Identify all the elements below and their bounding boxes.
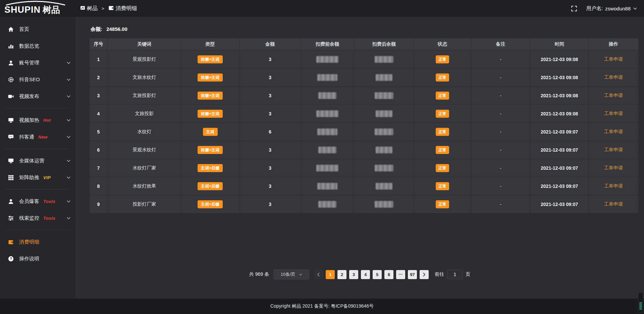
question-icon: ? [8,256,14,262]
sidebar-item-badge: Hot [43,118,51,123]
page-button-3[interactable]: 3 [349,270,358,279]
cell-time: 2021-12-03 09:07 [530,123,589,141]
breadcrumb-current[interactable]: 消费明细 [108,5,137,12]
work-order-link[interactable]: 工单申请 [604,129,623,134]
sidebar-item-0[interactable]: 首页 [0,21,75,38]
cell-keyword: 文旅投影灯 [108,87,181,105]
breadcrumb: 树品 > 消费明细 [80,5,137,12]
cell-amount: 3 [239,87,301,105]
sidebar-item-15[interactable]: 消费明细 [0,233,75,250]
cell-action: 工单申请 [588,141,638,159]
cell-balance-before [301,87,354,105]
masked-value [317,74,337,81]
masked-value [375,165,393,171]
sidebar-item-16[interactable]: ?操作说明 [0,250,75,267]
cell-action: 工单申请 [588,177,638,195]
page-button-4[interactable]: 4 [361,270,370,279]
work-order-link[interactable]: 工单申请 [604,183,623,189]
fullscreen-icon[interactable] [571,6,577,11]
chevron-down-icon [66,159,71,163]
work-order-link[interactable]: 工单申请 [604,165,623,170]
page-button-6[interactable]: 6 [384,270,393,279]
sidebar-item-2[interactable]: 账号管理 [0,54,75,71]
bar-chart-icon [8,43,14,49]
column-header: 操作 [588,38,638,50]
sidebar-item-6[interactable]: 视频加热Hot [0,112,75,128]
sidebar-item-9[interactable]: 全媒体运营 [0,152,75,169]
cell-balance-before [301,177,354,195]
cell-action: 工单申请 [588,195,638,213]
scrollbar-thumb[interactable] [639,302,642,310]
chevron-down-icon [66,61,71,65]
column-header: 备注 [471,38,530,50]
work-order-link[interactable]: 工单申请 [604,201,623,207]
top-bar: SHUPIN 树品 树品 > 消费明细 用户名: zswodun88 [0,0,644,17]
sidebar-item-10[interactable]: 矩阵助推VIP [0,169,75,186]
cell-status: 正常 [414,87,471,105]
cell-balance-after [354,195,414,213]
prev-page-button[interactable] [314,270,323,279]
breadcrumb-home[interactable]: 树品 [80,5,98,12]
sidebar-item-label: 抖音SEO [19,76,40,83]
page-button-97[interactable]: 97 [408,270,417,279]
sliders-icon [8,215,14,221]
page-size-select[interactable]: 10条/页 [274,269,309,279]
breadcrumb-current-label: 消费明细 [116,5,137,12]
cell-type: 前缀+主词 [181,50,239,68]
work-order-link[interactable]: 工单申请 [604,74,623,80]
scrollbar-widget[interactable] [638,293,643,313]
cell-keyword: 水纹灯效果 [108,177,181,195]
table-row: 2文旅水纹灯前缀+主词3正常-2021-12-03 09:08工单申请 [90,68,639,87]
cell-balance-before [301,141,354,159]
cell-type: 前缀+主词 [181,87,239,105]
next-page-button[interactable] [420,270,429,279]
cell-status: 正常 [414,123,471,141]
sidebar-item-4[interactable]: 视频发布 [0,88,75,105]
cell-time: 2021-12-03 09:08 [530,68,589,87]
cell-balance-after [354,87,414,105]
chevron-down-icon [66,94,71,99]
sidebar-item-12[interactable]: 会员爆客Tools [0,193,75,210]
column-header: 金额 [239,38,301,50]
goto-label: 前往 [435,271,444,277]
cell-type: 前缀+主词 [181,105,239,123]
masked-value [318,147,336,153]
sidebar-item-label: 抖客通 [19,134,34,140]
footer: Copyright 树品 2021 备案号: 粤ICP备09019646号 [0,299,644,314]
type-badge: 主词+后缀 [198,200,223,208]
sidebar-item-label: 线索监控 [19,215,39,221]
cell-index: 8 [90,177,108,195]
cell-balance-after [354,123,414,141]
sidebar-divider [5,108,70,108]
sidebar-item-7[interactable]: 抖客通New [0,128,75,145]
page-button-1[interactable]: 1 [326,270,335,279]
cell-action: 工单申请 [588,159,638,177]
sidebar-item-label: 全媒体运营 [19,158,44,164]
cell-time: 2021-12-03 09:07 [530,141,589,159]
sidebar: 首页数据总览账号管理抖音SEO视频发布视频加热Hot抖客通New全媒体运营矩阵助… [0,17,75,314]
masked-value [375,128,393,135]
work-order-link[interactable]: 工单申请 [604,93,623,98]
work-order-link[interactable]: 工单申请 [604,147,623,152]
sidebar-item-13[interactable]: 线索监控Tools [0,210,75,226]
page-button-5[interactable]: 5 [373,270,382,279]
table-row: 5水纹灯主词6正常-2021-12-03 09:07工单申请 [90,123,639,141]
breadcrumb-separator: > [102,6,104,11]
more-pages-button[interactable]: ••• [396,270,405,279]
goto-page-input[interactable] [447,270,463,279]
work-order-link[interactable]: 工单申请 [604,111,623,116]
page-buttons: 123456•••97 [326,270,417,279]
chevron-down-icon [66,216,71,220]
cell-balance-after [354,50,414,68]
sidebar-item-3[interactable]: 抖音SEO [0,71,75,88]
cell-note: - [471,105,530,123]
sidebar-item-1[interactable]: 数据总览 [0,38,75,54]
pagination: 共 969 条 10条/页 123456•••97 前往 页 [75,269,644,279]
page-button-2[interactable]: 2 [337,270,346,279]
breadcrumb-home-label: 树品 [87,5,98,12]
work-order-link[interactable]: 工单申请 [604,56,623,62]
balance-label: 余额: [91,26,102,32]
cell-balance-before [301,105,354,123]
user-menu[interactable]: 用户名: zswodun88 [586,5,637,12]
type-badge: 前缀+主词 [198,55,223,63]
